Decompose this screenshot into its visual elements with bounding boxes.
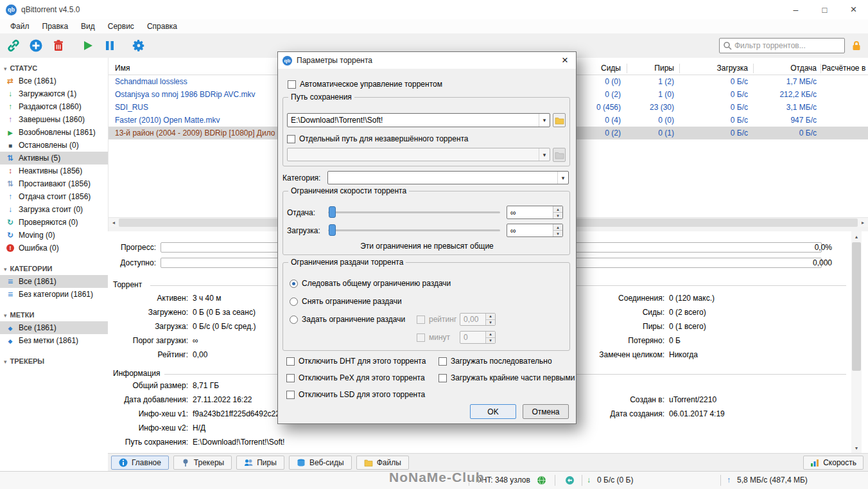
download-limit-slider[interactable] xyxy=(328,224,500,236)
network-globe-icon[interactable] xyxy=(537,476,546,487)
column-header-download[interactable]: Загрузка xyxy=(684,62,748,75)
tab-webseeds[interactable]: Веб-сиды xyxy=(289,456,352,470)
menu-help[interactable]: Справка xyxy=(141,21,184,32)
scroll-down-button[interactable] xyxy=(851,443,862,453)
vertical-scrollbar[interactable] xyxy=(851,231,862,453)
sidebar-item-stalled-downloading[interactable]: Загрузка стоит (0) xyxy=(0,203,108,216)
tab-peers[interactable]: Пиры xyxy=(236,456,284,470)
disable-dht-checkbox[interactable]: Отключить DHT для этого торрента xyxy=(286,356,426,366)
search-input[interactable] xyxy=(734,41,841,50)
delete-torrent-button[interactable] xyxy=(49,36,68,55)
browse-incomplete-path-button-disabled xyxy=(553,148,566,162)
browse-save-path-button[interactable] xyxy=(553,113,566,127)
menu-tools[interactable]: Сервис xyxy=(101,21,141,32)
tab-general[interactable]: Главное xyxy=(111,456,169,470)
save-path-combobox[interactable]: E:\Download!\Torrent!\Soft! xyxy=(287,113,550,127)
sidebar-item-resumed[interactable]: Возобновлены (1861) xyxy=(0,126,108,139)
first-last-pieces-checkbox[interactable]: Загружать крайние части первыми xyxy=(438,373,575,383)
scrollbar-thumb[interactable] xyxy=(852,242,861,371)
scroll-right-button[interactable] xyxy=(858,218,868,227)
sidebar-item-stalled-uploading[interactable]: Отдача стоит (1856) xyxy=(0,190,108,203)
minimize-button[interactable] xyxy=(781,0,810,19)
radio-global-share-limit[interactable]: Следовать общему ограничению раздачи xyxy=(290,278,451,289)
column-header-eta[interactable]: Расчётное в xyxy=(822,62,867,75)
sidebar-item-active[interactable]: Активны (5) xyxy=(0,152,108,164)
tab-files[interactable]: Файлы xyxy=(356,456,409,470)
spin-down-button[interactable] xyxy=(553,213,562,218)
item-label: Неактивны (1856) xyxy=(19,166,82,175)
add-torrent-file-button[interactable] xyxy=(26,36,46,55)
add-torrent-link-button[interactable] xyxy=(4,36,23,55)
sidebar-item-moving[interactable]: Moving (0) xyxy=(0,229,108,242)
sidebar-item-seeding[interactable]: Раздаются (1860) xyxy=(0,100,108,113)
scroll-up-button[interactable] xyxy=(851,231,862,242)
slider-handle[interactable] xyxy=(329,206,336,218)
column-header-peers[interactable]: Пиры xyxy=(610,62,674,75)
spin-up-button[interactable] xyxy=(553,206,562,213)
disable-lsd-checkbox[interactable]: Отключить LSD для этого торрента xyxy=(286,389,425,400)
upload-limit-slider[interactable] xyxy=(328,206,500,218)
cell-upload: 0 Б/с xyxy=(752,127,817,139)
sidebar-item-paused[interactable]: Остановлены (0) xyxy=(0,139,108,152)
sidebar-item-errored[interactable]: Ошибка (0) xyxy=(0,242,108,254)
window-titlebar[interactable]: qb qBittorrent v4.5.0 xyxy=(0,0,868,19)
cancel-button[interactable]: Отмена xyxy=(523,404,569,419)
disable-pex-checkbox[interactable]: Отключить PeX для этого торрента xyxy=(286,373,425,383)
maximize-button[interactable] xyxy=(810,0,839,19)
menu-file[interactable]: Файл xyxy=(4,21,36,32)
sidebar-item-all[interactable]: Все (1861) xyxy=(0,75,108,87)
upload-speed[interactable]: 5,8 МБ/с (487,4 МБ) xyxy=(737,472,808,489)
radio-custom-share-limit[interactable]: Задать ограничение раздачи xyxy=(290,314,405,325)
column-separator[interactable] xyxy=(753,64,754,73)
separate-incomplete-path-checkbox[interactable]: Отдельный путь для незавершённого торрен… xyxy=(287,134,469,144)
menu-view[interactable]: Вид xyxy=(74,21,101,32)
sidebar-tag-all[interactable]: Все (1861) xyxy=(0,321,108,334)
sidebar-item-downloading[interactable]: Загружаются (1) xyxy=(0,87,108,100)
radio-no-share-limit[interactable]: Снять ограничение раздачи xyxy=(290,296,402,307)
speed-graph-button[interactable]: Скорость xyxy=(803,456,864,470)
download-speed[interactable]: 0 Б/с (0 Б) xyxy=(597,472,633,489)
auto-management-checkbox[interactable]: Автоматическое управление торрентом xyxy=(288,79,442,89)
column-header-upload[interactable]: Отдача xyxy=(752,62,817,75)
pause-button[interactable] xyxy=(100,36,119,55)
sidebar-item-stalled[interactable]: Простаивают (1856) xyxy=(0,177,108,190)
spin-up-button xyxy=(486,332,495,338)
resume-button[interactable] xyxy=(78,36,97,55)
column-separator[interactable] xyxy=(627,64,627,73)
connection-status-icon[interactable] xyxy=(565,476,575,487)
sidebar-category-all[interactable]: Все (1861) xyxy=(0,275,108,288)
sidebar-category-uncategorized[interactable]: Без категории (1861) xyxy=(0,288,108,301)
item-label: Загружаются (1) xyxy=(19,89,76,98)
menu-edit[interactable]: Правка xyxy=(36,21,75,32)
ok-button[interactable]: OK xyxy=(470,404,516,419)
status-section-header[interactable]: СТАТУС xyxy=(0,62,108,75)
torrent-filter-search[interactable] xyxy=(719,38,845,53)
sequential-download-checkbox[interactable]: Загружать последовательно xyxy=(438,356,552,366)
options-button[interactable] xyxy=(129,36,148,55)
tags-section-header[interactable]: МЕТКИ xyxy=(0,308,108,321)
sidebar-item-checking[interactable]: Проверяются (0) xyxy=(0,216,108,229)
lock-ui-button[interactable] xyxy=(848,37,865,54)
upload-limit-spinbox[interactable]: ∞ xyxy=(507,206,563,219)
close-button[interactable] xyxy=(839,0,868,19)
categories-section-header[interactable]: КАТЕГОРИИ xyxy=(0,262,108,275)
trackers-section-header[interactable]: ТРЕКЕРЫ xyxy=(0,355,108,368)
spin-up-button[interactable] xyxy=(553,224,562,231)
dialog-close-button[interactable] xyxy=(554,52,576,69)
sidebar-item-inactive[interactable]: Неактивны (1856) xyxy=(0,164,108,177)
category-combobox[interactable] xyxy=(327,171,569,184)
spin-down-button[interactable] xyxy=(553,231,562,236)
column-separator[interactable] xyxy=(679,64,680,73)
dialog-titlebar[interactable]: qb Параметры торрента xyxy=(278,52,576,69)
upload-limit-label: Отдача: xyxy=(287,208,315,218)
sidebar-item-completed[interactable]: Завершены (1860) xyxy=(0,113,108,126)
column-separator[interactable] xyxy=(820,64,821,73)
column-header-name[interactable]: Имя xyxy=(115,62,130,75)
slider-handle[interactable] xyxy=(329,224,336,236)
tab-trackers[interactable]: Трекеры xyxy=(173,456,232,470)
scroll-left-button[interactable] xyxy=(108,218,119,227)
sidebar-tag-untagged[interactable]: Без метки (1861) xyxy=(0,334,108,347)
spin-value: 0,00 xyxy=(460,314,485,325)
download-limit-spinbox[interactable]: ∞ xyxy=(507,224,563,237)
progress-value: 0,0% xyxy=(774,242,832,253)
